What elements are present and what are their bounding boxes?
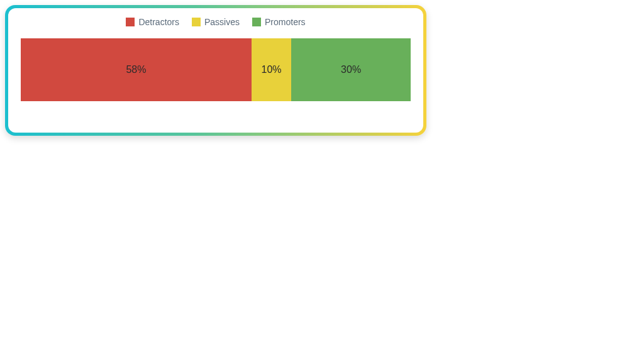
nps-stacked-bar: 58% 10% 30% [21, 38, 411, 101]
svg-point-44 [321, 251, 326, 255]
svg-point-57 [484, 238, 488, 243]
legend-passives: Passives [192, 17, 240, 27]
svg-point-62 [546, 255, 550, 259]
svg-point-46 [346, 261, 350, 265]
svg-text:Aug: Aug [353, 324, 368, 333]
svg-point-59 [509, 270, 513, 275]
svg-point-56 [471, 248, 475, 253]
segment-passives-value: 10% [262, 64, 282, 75]
svg-point-66 [596, 246, 601, 251]
segment-detractors: 58% [21, 38, 252, 101]
svg-point-39 [258, 282, 263, 287]
svg-text:Feb: Feb [279, 324, 292, 333]
svg-point-68 [621, 222, 626, 226]
svg-text:100: 100 [191, 149, 204, 158]
swatch-promoters [252, 18, 261, 26]
score-trend-inner: Score Benchmark 100500-50-100AugNovFebMa… [159, 114, 642, 360]
legend-detractors-label: Detractors [138, 17, 179, 27]
svg-point-54 [446, 249, 450, 253]
svg-point-35 [209, 296, 213, 300]
segment-detractors-value: 58% [126, 64, 146, 75]
svg-text:May: May [616, 324, 631, 333]
svg-point-47 [358, 246, 363, 251]
svg-text:0: 0 [200, 231, 204, 241]
svg-point-36 [221, 285, 226, 290]
nps-legend: Detractors Passives Promoters [21, 17, 411, 27]
svg-text:Nov: Nov [391, 324, 406, 333]
legend-promoters: Promoters [252, 17, 306, 27]
svg-point-43 [309, 265, 313, 270]
nps-distribution-card: Detractors Passives Promoters 58% 10% 30… [5, 5, 426, 136]
segment-promoters-value: 30% [341, 64, 361, 75]
svg-point-65 [584, 273, 588, 278]
svg-text:Nov: Nov [241, 324, 256, 333]
svg-point-53 [433, 251, 438, 255]
svg-point-64 [571, 252, 575, 256]
segment-promoters: 30% [291, 38, 411, 101]
svg-point-52 [421, 251, 426, 255]
svg-point-60 [521, 245, 526, 250]
svg-point-45 [333, 275, 338, 280]
svg-point-38 [246, 265, 250, 270]
svg-point-37 [234, 256, 238, 260]
svg-text:-50: -50 [192, 273, 204, 282]
svg-point-49 [384, 261, 388, 266]
legend-detractors: Detractors [126, 17, 179, 27]
swatch-passives [192, 18, 201, 26]
svg-text:Feb: Feb [429, 324, 443, 333]
svg-point-61 [533, 255, 538, 259]
svg-point-40 [271, 259, 275, 263]
svg-point-51 [409, 248, 413, 253]
svg-text:Aug: Aug [204, 324, 218, 333]
svg-text:Aug: Aug [504, 324, 518, 333]
score-line-chart: 100500-50-100AugNovFebMayAugNovFebMayAug… [170, 148, 631, 336]
score-trend-card: Score Benchmark 100500-50-100AugNovFebMa… [156, 111, 644, 362]
svg-point-48 [371, 241, 375, 245]
svg-point-41 [284, 265, 288, 270]
svg-point-58 [496, 244, 501, 248]
svg-point-67 [609, 231, 613, 235]
svg-text:May: May [465, 324, 481, 333]
swatch-detractors [126, 18, 135, 26]
svg-point-42 [296, 285, 301, 290]
svg-point-50 [396, 251, 401, 255]
segment-passives: 10% [252, 38, 291, 101]
svg-text:50: 50 [196, 190, 204, 200]
svg-text:Nov: Nov [541, 324, 556, 333]
svg-text:May: May [316, 324, 331, 333]
svg-text:-100: -100 [188, 314, 204, 323]
svg-point-63 [558, 251, 563, 255]
legend-promoters-label: Promoters [265, 17, 306, 27]
legend-passives-label: Passives [204, 17, 240, 27]
svg-point-55 [458, 251, 463, 255]
nps-distribution-inner: Detractors Passives Promoters 58% 10% 30… [8, 8, 423, 133]
